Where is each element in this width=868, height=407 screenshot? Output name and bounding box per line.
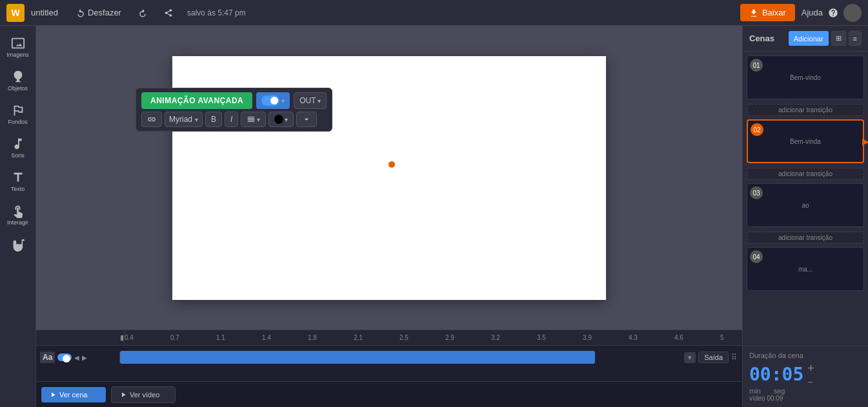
ruler-mark: 2.1	[354, 334, 399, 341]
scene-item-2[interactable]: 02 Bem-vinda ▶	[747, 119, 864, 163]
sidebar-item-hand[interactable]	[2, 233, 34, 257]
ruler-mark: 3.2	[491, 334, 537, 341]
logo[interactable]: W	[6, 4, 25, 22]
sidebar-item-backgrounds[interactable]: Fundos	[2, 99, 34, 129]
ruler-mark: 1.4	[262, 334, 308, 341]
share-button[interactable]	[159, 6, 178, 20]
scene-thumb-2[interactable]: 02 Bem-vinda	[747, 119, 864, 163]
out-button[interactable]: OUT ▾	[294, 92, 326, 109]
ruler-mark: 1.8	[308, 334, 354, 341]
duration-time: 00:05	[749, 364, 803, 385]
undo-button[interactable]: Desfazer	[71, 5, 126, 20]
ruler-mark: 3.9	[583, 334, 629, 341]
scene-num-4: 04	[750, 250, 763, 263]
ruler-mark: 2.9	[445, 334, 491, 341]
ruler-markers: 0.4 0.7 1.1 1.4 1.8 2.1 2.5 2.9 3.2 3.5 …	[125, 330, 742, 345]
track-toggle[interactable]	[57, 353, 72, 361]
add-scene-button[interactable]: Adicionar	[789, 31, 829, 46]
top-bar: W untitled Desfazer salvo às 5:47 pm Bai…	[0, 0, 868, 26]
toggle-chevron: ▾	[281, 97, 285, 104]
scenes-list: 01 Bem-vindo adicionar transição 02 Bem-…	[743, 52, 868, 346]
track-handle[interactable]: ⠿	[731, 353, 737, 362]
duration-panel: Duração da cena 00:05 + − min seg vídeo …	[743, 346, 868, 407]
user-avatar[interactable]	[843, 4, 862, 22]
bold-button[interactable]: B	[205, 112, 222, 127]
font-selector[interactable]: Myriad ▾	[165, 112, 203, 127]
scene-num-3: 03	[750, 186, 763, 199]
bottom-controls: Ver cena Ver vídeo	[36, 381, 742, 407]
ruler-mark: 0.7	[170, 334, 216, 341]
sidebar-item-sounds[interactable]: Sons	[2, 133, 34, 163]
list-view-button[interactable]: ≡	[849, 31, 862, 46]
italic-button[interactable]: I	[225, 112, 238, 127]
scenes-title: Cenas	[749, 34, 774, 43]
scene-thumb-4[interactable]: 04 ma...	[747, 247, 864, 291]
sidebar-label-text: Texto	[11, 186, 25, 192]
grid-view-button[interactable]: ⊞	[831, 31, 846, 46]
scene-text-3: ao	[802, 202, 809, 209]
add-transition-2[interactable]: adicionar transição	[747, 168, 864, 180]
timeline-area: ▮ 0.4 0.7 1.1 1.4 1.8 2.1 2.5 2.9 3.2 3.…	[36, 330, 742, 381]
out-chevron: ▾	[318, 97, 321, 104]
seg-label: seg	[774, 387, 785, 395]
ver-cena-button[interactable]: Ver cena	[41, 387, 106, 402]
scenes-actions: Adicionar ⊞ ≡	[789, 31, 862, 46]
redo-button[interactable]	[133, 6, 152, 20]
sidebar-label-backgrounds: Fundos	[8, 119, 27, 125]
add-transition-1[interactable]: adicionar transição	[747, 104, 864, 116]
scene-arrow-2: ▶	[862, 136, 868, 146]
sidebar-item-objects[interactable]: Objetos	[2, 66, 34, 95]
video-duration: vídeo 00:09	[749, 395, 862, 402]
duration-label: Duração da cena	[749, 352, 862, 359]
duration-increase[interactable]: +	[807, 362, 814, 375]
left-sidebar: Imagens Objetos Fundos Sons Texto Intera…	[0, 26, 36, 407]
document-title[interactable]: untitled	[31, 8, 58, 17]
link-button[interactable]	[141, 112, 162, 127]
scene-text-2: Bem-vinda	[790, 138, 821, 145]
ruler-mark: 4.6	[674, 334, 720, 341]
min-label: min	[749, 387, 761, 395]
duration-units: min seg	[749, 387, 862, 395]
download-button[interactable]: Baixar	[740, 4, 795, 21]
sidebar-label-interact: Interagir	[7, 219, 28, 226]
ruler-mark: 5	[720, 334, 742, 341]
color-button[interactable]: ▾	[268, 112, 294, 127]
end-button[interactable]: Saída	[698, 352, 729, 363]
toolbar-row2: Myriad ▾ B I ▾ ▾	[141, 112, 327, 127]
help-area: Ajuda	[802, 4, 862, 22]
ruler-mark: 0.4	[125, 334, 170, 341]
floating-toolbar: ANIMAÇÃO AVANÇADA ▾ OUT ▾ Myria	[136, 88, 332, 132]
sidebar-label-objects: Objetos	[8, 85, 28, 92]
toggle-button[interactable]: ▾	[256, 92, 290, 109]
add-transition-3[interactable]: adicionar transição	[747, 232, 864, 244]
scene-thumb-3[interactable]: 03 ao	[747, 183, 864, 227]
toggle-switch[interactable]	[261, 95, 279, 106]
duration-decrease[interactable]: −	[807, 377, 814, 387]
timeline-ruler: ▮ 0.4 0.7 1.1 1.4 1.8 2.1 2.5 2.9 3.2 3.…	[36, 330, 742, 346]
scene-thumb-1[interactable]: 01 Bem-vindo	[747, 55, 864, 99]
sidebar-item-interact[interactable]: Interagir	[2, 200, 34, 230]
scene-num-2: 02	[751, 123, 763, 136]
ruler-mark: 4.3	[629, 334, 674, 341]
sidebar-item-text[interactable]: Texto	[2, 166, 34, 196]
scene-text-4: ma...	[798, 266, 812, 273]
center-area: ANIMAÇÃO AVANÇADA ▾ OUT ▾ Myria	[36, 26, 742, 407]
canvas-area[interactable]: ANIMAÇÃO AVANÇADA ▾ OUT ▾ Myria	[36, 26, 742, 330]
main-layout: Imagens Objetos Fundos Sons Texto Intera…	[0, 26, 868, 407]
track-controls: ▾ Saída ⠿	[679, 352, 742, 363]
ruler-mark: 3.5	[537, 334, 583, 341]
ver-video-button[interactable]: Ver vídeo	[111, 386, 176, 403]
scenes-header: Cenas Adicionar ⊞ ≡	[743, 26, 868, 52]
sidebar-label-sounds: Sons	[11, 152, 25, 159]
scene-item-4[interactable]: 04 ma...	[747, 247, 864, 291]
animation-button[interactable]: ANIMAÇÃO AVANÇADA	[141, 92, 252, 109]
output-dropdown[interactable]: ▾	[684, 352, 696, 363]
more-options-button[interactable]	[296, 112, 317, 127]
track-bar-area[interactable]	[120, 350, 679, 365]
track-label: Aa ◀ ▶	[36, 352, 120, 363]
sidebar-item-images[interactable]: Imagens	[2, 32, 34, 62]
sidebar-label-images: Imagens	[6, 52, 29, 58]
scene-item-1[interactable]: 01 Bem-vindo	[747, 55, 864, 99]
scene-item-3[interactable]: 03 ao	[747, 183, 864, 227]
align-button[interactable]: ▾	[241, 112, 266, 127]
